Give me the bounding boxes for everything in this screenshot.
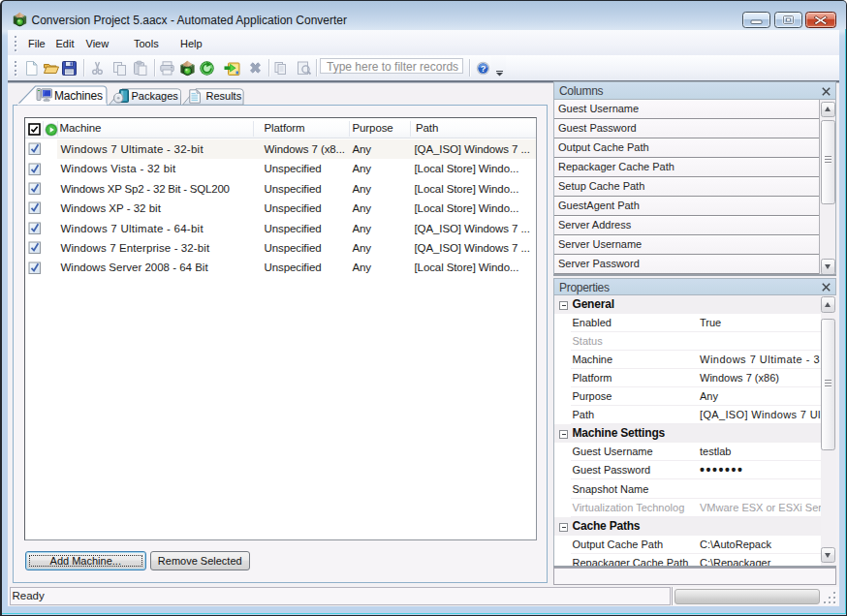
svg-text:?: ? — [480, 63, 486, 73]
